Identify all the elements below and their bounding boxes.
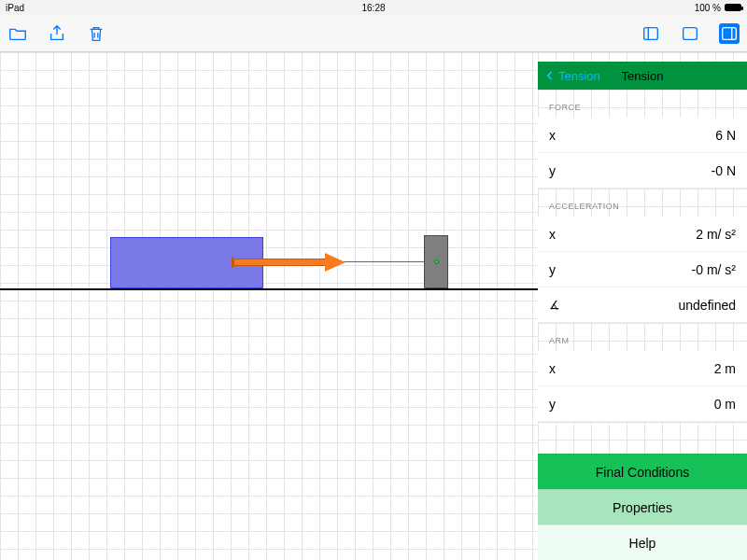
angle-value: undefined (678, 298, 736, 313)
accel-y-value: -0 m/ s² (692, 262, 736, 277)
svg-rect-0 (644, 27, 658, 39)
back-button-label[interactable]: Tension (558, 69, 600, 83)
arm-x-value: 2 m (714, 361, 736, 376)
svg-rect-3 (723, 27, 737, 39)
accel-x-value: 2 m/ s² (696, 227, 736, 242)
toolbar (0, 15, 747, 52)
share-icon[interactable] (47, 23, 67, 44)
arm-y-value: 0 m (714, 397, 736, 412)
final-conditions-button[interactable]: Final Conditions (538, 454, 747, 489)
angle-row[interactable]: ∡ undefined (538, 287, 747, 323)
row-label: y (549, 262, 556, 277)
row-label: y (549, 163, 556, 178)
ground-line (0, 288, 538, 290)
help-button[interactable]: Help (538, 525, 747, 560)
anchor-dot (434, 259, 439, 264)
force-arrow[interactable] (233, 253, 347, 272)
battery-percent: 100 % (695, 3, 721, 13)
row-label: y (549, 397, 556, 412)
panel-right-icon[interactable] (719, 23, 740, 44)
svg-rect-2 (684, 27, 698, 39)
accel-x-row[interactable]: x 2 m/ s² (538, 217, 747, 252)
block-small[interactable] (424, 235, 448, 288)
panel-title: Tension (622, 69, 664, 83)
main-area: Tension Tension FORCE x 6 N y -0 N ACCEL… (0, 52, 747, 560)
force-x-value: 6 N (715, 128, 736, 143)
section-header-force: FORCE (538, 90, 747, 118)
trash-icon[interactable] (86, 23, 106, 44)
panel-buttons: Final Conditions Properties Help (538, 454, 747, 560)
angle-icon: ∡ (549, 298, 560, 312)
battery-icon (725, 4, 741, 11)
folder-icon[interactable] (7, 23, 28, 44)
properties-panel: Tension Tension FORCE x 6 N y -0 N ACCEL… (538, 52, 747, 560)
row-label: x (549, 361, 556, 376)
accel-y-row[interactable]: y -0 m/ s² (538, 252, 747, 287)
grid-background (0, 52, 538, 560)
row-label: x (549, 128, 556, 143)
panel-left-icon[interactable] (641, 23, 661, 44)
panel-header: Tension Tension (538, 62, 747, 90)
force-y-row[interactable]: y -0 N (538, 153, 747, 189)
status-bar: iPad 16:28 100 % (0, 0, 747, 15)
properties-button[interactable]: Properties (538, 489, 747, 525)
row-label: x (549, 227, 556, 242)
canvas[interactable] (0, 52, 538, 560)
force-y-value: -0 N (712, 163, 736, 178)
back-chevron-icon[interactable] (543, 69, 557, 82)
force-x-row[interactable]: x 6 N (538, 118, 747, 153)
arm-y-row[interactable]: y 0 m (538, 386, 747, 422)
panel-empty-icon[interactable] (680, 23, 700, 44)
section-header-arm: ARM (538, 323, 747, 351)
arm-x-row[interactable]: x 2 m (538, 351, 747, 386)
device-label: iPad (6, 3, 24, 13)
clock: 16:28 (361, 3, 385, 13)
section-header-acceleration: ACCELERATION (538, 189, 747, 217)
